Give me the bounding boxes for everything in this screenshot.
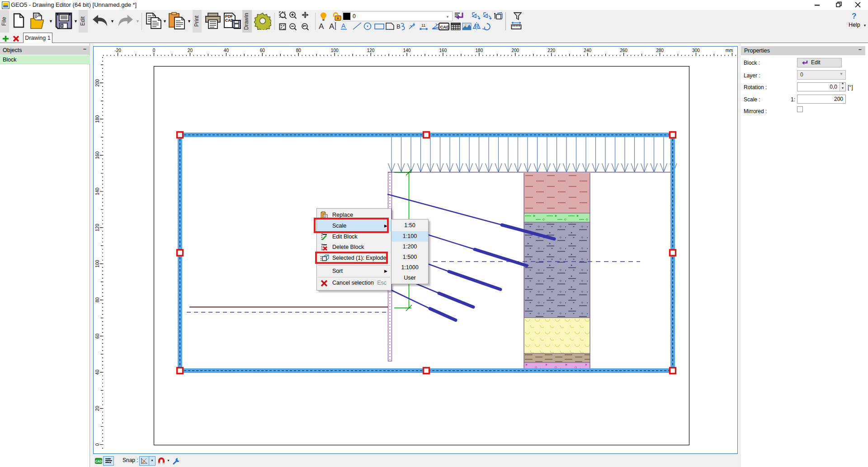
svg-text:260: 260 <box>620 48 627 53</box>
svg-text:180: 180 <box>476 48 483 53</box>
svg-text:120: 120 <box>95 224 100 231</box>
svg-text:B: B <box>396 23 401 30</box>
svg-text:20: 20 <box>95 406 100 411</box>
svg-text:A: A <box>319 22 324 31</box>
svg-text:80: 80 <box>95 297 100 303</box>
svg-text:80: 80 <box>296 48 302 53</box>
svg-text:140: 140 <box>403 48 411 53</box>
svg-text:40: 40 <box>224 48 229 53</box>
svg-text:-20: -20 <box>114 48 121 53</box>
svg-text:120: 120 <box>367 48 375 53</box>
svg-text:100: 100 <box>331 48 339 53</box>
svg-text:300: 300 <box>692 48 700 53</box>
svg-text:20: 20 <box>188 48 193 53</box>
svg-text:60: 60 <box>260 48 265 53</box>
svg-text:140: 140 <box>95 187 100 195</box>
svg-text:0: 0 <box>153 48 156 53</box>
svg-text:180: 180 <box>95 115 100 123</box>
svg-text:CAD: CAD <box>95 460 102 463</box>
svg-text:280: 280 <box>656 48 664 53</box>
svg-text:11: 11 <box>421 23 425 28</box>
svg-text:100: 100 <box>95 260 100 267</box>
svg-text:A: A <box>329 22 335 31</box>
svg-text:200: 200 <box>511 48 519 53</box>
svg-text:CAD: CAD <box>440 24 450 29</box>
svg-text:240: 240 <box>584 48 591 53</box>
svg-text:40: 40 <box>95 370 100 375</box>
svg-text:60: 60 <box>95 334 100 339</box>
svg-text:160: 160 <box>439 48 447 53</box>
svg-text:mm: mm <box>726 48 733 53</box>
svg-text:160: 160 <box>95 151 100 159</box>
svg-text:A: A <box>341 22 346 29</box>
svg-text:200: 200 <box>95 79 100 86</box>
svg-text:0: 0 <box>95 443 100 446</box>
svg-text:220: 220 <box>547 48 555 53</box>
